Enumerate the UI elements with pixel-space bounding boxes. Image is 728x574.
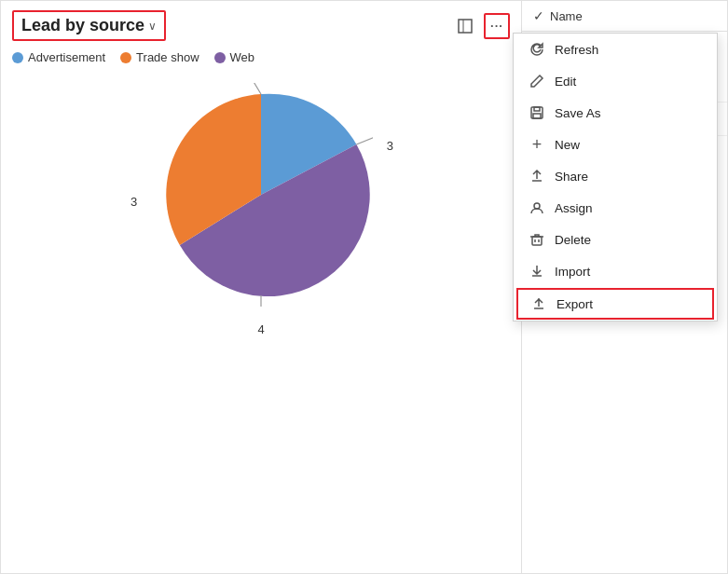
refresh-icon: [529, 41, 545, 58]
new-label: New: [555, 138, 580, 152]
edit-label: Edit: [555, 75, 576, 89]
menu-item-export[interactable]: Export: [516, 288, 714, 320]
menu-item-share[interactable]: Share: [514, 160, 717, 192]
edit-icon: [529, 73, 545, 89]
new-icon: +: [529, 136, 545, 153]
pie-chart-container: 3 3 4: [12, 83, 510, 307]
svg-rect-4: [533, 114, 541, 118]
main-container: Lead by source ∨ ··· AdvertisementTrade …: [0, 0, 728, 574]
menu-item-edit[interactable]: Edit: [514, 65, 717, 97]
share-label: Share: [555, 170, 588, 184]
chart-title: Lead by source: [21, 16, 144, 35]
pie-label-left: 3: [130, 195, 137, 209]
legend-dot: [120, 52, 131, 63]
svg-rect-0: [459, 20, 472, 33]
export-icon: [530, 295, 547, 312]
svg-rect-6: [532, 237, 542, 245]
delete-icon: [529, 231, 545, 248]
save-as-icon: [529, 104, 545, 121]
chart-panel: Lead by source ∨ ··· AdvertisementTrade …: [1, 1, 522, 573]
assign-label: Assign: [555, 201, 593, 215]
menu-item-save-as[interactable]: Save As: [514, 97, 717, 129]
legend-label: Web: [230, 50, 255, 64]
pie-chart-svg: [149, 83, 373, 307]
menu-item-import[interactable]: Import: [514, 255, 717, 287]
expand-button[interactable]: [452, 13, 478, 39]
delete-label: Delete: [555, 233, 591, 247]
svg-point-5: [534, 203, 540, 209]
menu-item-delete[interactable]: Delete: [514, 224, 717, 255]
import-icon: [529, 263, 545, 280]
export-label: Export: [556, 297, 593, 311]
dropdown-menu: RefreshEditSave As+NewShareAssignDeleteI…: [513, 33, 718, 321]
save-as-label: Save As: [555, 106, 601, 120]
check-icon: ✓: [533, 8, 544, 23]
right-panel: ✓ Name RefreshEditSave As+NewShareAssign…: [522, 1, 727, 573]
legend-label: Trade show: [136, 50, 199, 64]
import-label: Import: [555, 265, 590, 279]
legend-label: Advertisement: [28, 50, 105, 64]
chart-title-area[interactable]: Lead by source ∨: [12, 10, 166, 41]
ellipsis-icon: ···: [490, 19, 503, 33]
more-options-button[interactable]: ···: [484, 13, 510, 39]
chart-actions: ···: [452, 13, 510, 39]
chart-header: Lead by source ∨ ···: [12, 10, 510, 41]
connector-top: [244, 83, 261, 94]
refresh-label: Refresh: [555, 43, 598, 57]
legend-item-web: Web: [214, 50, 255, 64]
share-icon: [529, 168, 545, 184]
menu-item-refresh[interactable]: Refresh: [514, 34, 717, 65]
column-name-label: Name: [550, 9, 583, 23]
legend-item-advertisement: Advertisement: [12, 50, 105, 64]
legend-item-trade-show: Trade show: [120, 50, 199, 64]
pie-label-bottom: 4: [257, 322, 264, 336]
menu-item-assign[interactable]: Assign: [514, 192, 717, 224]
right-header: ✓ Name: [522, 1, 727, 32]
menu-item-new[interactable]: +New: [514, 129, 717, 160]
expand-icon: [457, 18, 474, 34]
chart-legend: AdvertisementTrade showWeb: [12, 50, 510, 64]
svg-rect-3: [534, 107, 540, 111]
connector-right: [356, 133, 373, 144]
title-dropdown-icon: ∨: [148, 20, 157, 33]
pie-label-right: 3: [387, 139, 393, 153]
legend-dot: [214, 52, 226, 63]
assign-icon: [529, 199, 545, 216]
legend-dot: [12, 52, 23, 63]
pie-wrapper: 3 3 4: [149, 83, 373, 307]
